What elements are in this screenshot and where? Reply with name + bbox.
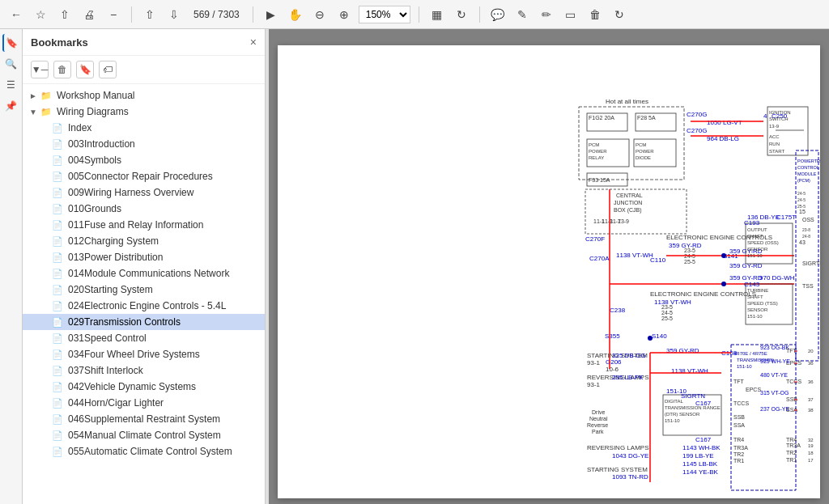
svg-point-175	[648, 336, 653, 341]
bookmarks-panel: Bookmarks × ▼─ 🗑 🔖 🏷 ►📁Workshop Manual▼📁…	[23, 29, 266, 504]
pen-button[interactable]: ✎	[512, 5, 532, 24]
comment-button[interactable]: 💬	[488, 5, 508, 24]
svg-text:24-5: 24-5	[661, 310, 673, 316]
delete-bookmark-button[interactable]: 🗑	[53, 61, 71, 78]
add-bookmark-button[interactable]: 🔖	[76, 61, 94, 78]
bookmark-label: 013Power Distribution	[68, 252, 163, 263]
pdf-viewer[interactable]: Hot at all times F1G2 20A F28 5A PCM POW…	[269, 29, 829, 504]
bookmark-label: 024Electronic Engine Controls - 5.4L	[68, 300, 226, 311]
svg-text:151-10: 151-10	[747, 314, 763, 319]
delete-button[interactable]: 🗑	[585, 5, 605, 24]
bookmarks-sidebar-icon[interactable]: 🔖	[2, 34, 20, 52]
search-sidebar-icon[interactable]: 🔍	[2, 55, 20, 73]
cursor-tool-button[interactable]: ▶	[261, 5, 281, 24]
print-button[interactable]: 🖨	[79, 5, 99, 24]
prev-page-button[interactable]: ⇧	[140, 5, 159, 24]
next-page-button[interactable]: ⇩	[164, 5, 184, 24]
bookmark-item-012charging[interactable]: 📄012Charging System	[23, 233, 265, 249]
bookmark-item-004symbols[interactable]: 📄004Symbols	[23, 152, 265, 168]
total-pages: 7303	[218, 9, 240, 20]
bookmark-item-044horn[interactable]: 📄044Horn/Cigar Lighter	[23, 395, 265, 411]
bookmark-item-011fuse[interactable]: 📄011Fuse and Relay Information	[23, 217, 265, 233]
tag-bookmark-button[interactable]: 🏷	[99, 61, 117, 78]
svg-text:1050 LG-VT: 1050 LG-VT	[707, 119, 742, 126]
bookmark-item-034four[interactable]: 📄034Four Wheel Drive Systems	[23, 346, 265, 362]
svg-text:295 LB-PK: 295 LB-PK	[612, 374, 644, 381]
bookmark-item-workshop-manual[interactable]: ►📁Workshop Manual	[23, 87, 265, 104]
bookmark-item-037shift[interactable]: 📄037Shift Interlock	[23, 362, 265, 379]
toolbar-separator-1	[131, 6, 132, 23]
bookmark-item-003introduction[interactable]: 📄003Introduction	[23, 136, 265, 152]
svg-text:SWITCH: SWITCH	[769, 116, 789, 121]
svg-text:SIGRTN: SIGRTN	[802, 260, 820, 266]
hand-tool-button[interactable]: ✋	[286, 5, 305, 24]
svg-text:F28 5A: F28 5A	[637, 115, 656, 121]
svg-text:C270G: C270G	[687, 111, 707, 118]
bookmark-star-button[interactable]: ☆	[31, 5, 50, 24]
svg-text:C270A: C270A	[589, 255, 610, 262]
bookmark-item-042vehicle[interactable]: 📄042Vehicle Dynamic Systems	[23, 379, 265, 395]
svg-text:MODULE: MODULE	[797, 172, 817, 176]
svg-text:Hot at all times: Hot at all times	[606, 98, 648, 105]
bookmark-item-046supplemental[interactable]: 📄046Supplemental Restraint System	[23, 411, 265, 427]
bookmark-item-054manual[interactable]: 📄054Manual Climate Control System	[23, 427, 265, 443]
bookmark-item-013power[interactable]: 📄013Power Distribution	[23, 249, 265, 265]
svg-text:TR3A: TR3A	[733, 445, 748, 451]
svg-point-173	[721, 253, 726, 258]
document-icon: 📄	[52, 447, 65, 457]
zoom-out-toolbar-button[interactable]: −	[104, 5, 123, 24]
attachments-sidebar-icon[interactable]: 📌	[2, 97, 20, 115]
bookmark-item-024electronic[interactable]: 📄024Electronic Engine Controls - 5.4L	[23, 298, 265, 314]
bookmark-item-020starting[interactable]: 📄020Starting System	[23, 282, 265, 298]
bookmark-item-055automatic[interactable]: 📄055Automatic Climate Control System	[23, 443, 265, 460]
bookmark-item-010grounds[interactable]: 📄010Grounds	[23, 201, 265, 217]
zoom-out-button[interactable]: ⊖	[310, 5, 329, 24]
document-icon: 📄	[52, 123, 65, 133]
bookmark-label: 031Speed Control	[68, 332, 147, 344]
svg-text:C238: C238	[610, 307, 626, 314]
bookmark-item-009wiring[interactable]: 📄009Wiring Harness Overview	[23, 184, 265, 201]
svg-text:IGNITION: IGNITION	[769, 110, 791, 115]
svg-text:REVERSING LAMPS: REVERSING LAMPS	[587, 444, 648, 451]
undo-button[interactable]: ↻	[610, 5, 629, 24]
fit-button[interactable]: ▦	[427, 5, 447, 24]
highlight-button[interactable]: ✏	[537, 5, 556, 24]
svg-text:CENTRAL: CENTRAL	[616, 193, 643, 198]
svg-text:C193: C193	[744, 219, 760, 227]
svg-text:POWER: POWER	[589, 149, 607, 154]
bookmarks-header: Bookmarks ×	[23, 29, 265, 56]
bookmark-item-005connector[interactable]: 📄005Connector Repair Procedures	[23, 168, 265, 184]
back-button[interactable]: ←	[6, 5, 26, 24]
pdf-page: Hot at all times F1G2 20A F28 5A PCM POW…	[278, 45, 820, 498]
svg-text:SENSOR: SENSOR	[747, 247, 768, 252]
bookmark-label: 003Introduction	[68, 138, 135, 150]
expand-all-button[interactable]: ▼─	[31, 61, 49, 78]
svg-text:ELECTRONIC ENGINE CONTROLS: ELECTRONIC ENGINE CONTROLS	[650, 290, 756, 298]
bookmark-item-029transmission[interactable]: 📄029Transmission Controls	[23, 314, 265, 330]
zoom-select[interactable]: 150% 50% 75% 100% 125% 200% 300%	[359, 6, 410, 23]
svg-text:PCM: PCM	[636, 142, 646, 147]
rotate-button[interactable]: ↻	[452, 5, 471, 24]
layers-sidebar-icon[interactable]: ☰	[2, 76, 20, 94]
zoom-in-button[interactable]: ⊕	[334, 5, 354, 24]
bookmark-label: 005Connector Repair Procedures	[68, 171, 213, 182]
bookmark-item-014module[interactable]: 📄014Module Communications Network	[23, 265, 265, 282]
bookmark-label: 055Automatic Climate Control System	[68, 446, 232, 457]
bookmark-label: 044Horn/Cigar Lighter	[68, 397, 164, 409]
current-page: 569	[193, 9, 210, 20]
bookmark-item-031speed[interactable]: 📄031Speed Control	[23, 330, 265, 346]
shape-button[interactable]: ▭	[561, 5, 580, 24]
svg-text:25-5: 25-5	[661, 316, 673, 321]
svg-text:10-6: 10-6	[606, 366, 619, 373]
bookmark-item-index[interactable]: 📄Index	[23, 120, 265, 136]
bookmark-item-wiring-diagrams[interactable]: ▼📁Wiring Diagrams	[23, 104, 265, 120]
svg-text:STARTING SYSTEM: STARTING SYSTEM	[587, 466, 648, 473]
svg-text:C143: C143	[744, 281, 760, 288]
svg-text:1143 WH-BK: 1143 WH-BK	[682, 444, 721, 451]
svg-text:START: START	[769, 149, 784, 154]
bookmarks-close-button[interactable]: ×	[250, 36, 257, 49]
upload-button[interactable]: ⇧	[55, 5, 74, 24]
bookmark-label: 034Four Wheel Drive Systems	[68, 349, 200, 360]
svg-text:S140: S140	[652, 332, 667, 340]
toolbar-separator-4	[479, 6, 480, 23]
